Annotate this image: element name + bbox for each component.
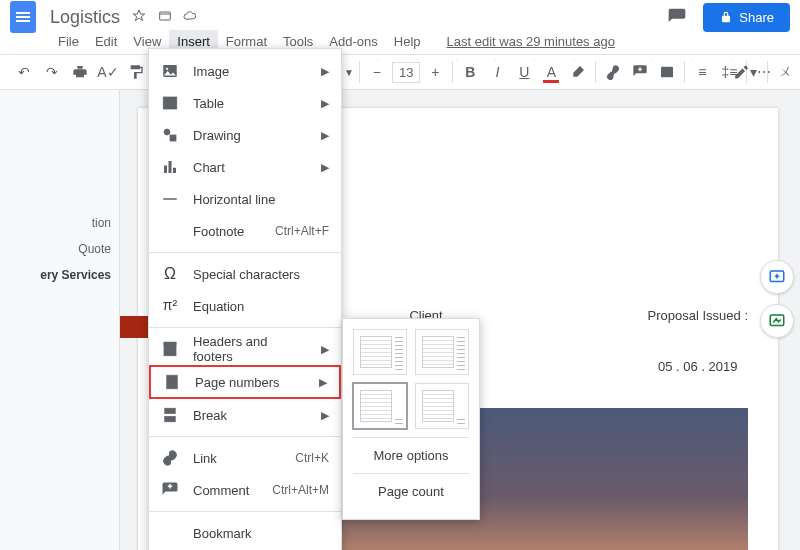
table-icon bbox=[161, 94, 179, 112]
insert-image-button[interactable] bbox=[655, 60, 679, 84]
svg-rect-13 bbox=[165, 417, 176, 422]
pn-option-bottom-right[interactable] bbox=[353, 383, 407, 429]
last-edit-link[interactable]: Last edit was 29 minutes ago bbox=[439, 30, 623, 53]
outline-item[interactable]: ery Services bbox=[0, 262, 119, 288]
menu-help[interactable]: Help bbox=[386, 30, 429, 53]
svg-rect-1 bbox=[661, 67, 673, 78]
insert-horizontal-line[interactable]: Horizontal line bbox=[149, 183, 341, 215]
explore-suggest-button[interactable] bbox=[760, 304, 794, 338]
horizontal-line-icon bbox=[161, 190, 179, 208]
chart-icon bbox=[161, 158, 179, 176]
issued-date: 05 . 06 . 2019 bbox=[648, 359, 748, 374]
insert-table[interactable]: Table▶ bbox=[149, 87, 341, 119]
headers-icon bbox=[161, 340, 179, 358]
svg-rect-0 bbox=[159, 12, 170, 20]
align-button[interactable]: ≡ bbox=[690, 60, 714, 84]
svg-rect-9 bbox=[164, 342, 176, 345]
page-numbers-icon: # bbox=[163, 373, 181, 391]
highlight-button[interactable] bbox=[566, 60, 590, 84]
add-comment-button[interactable] bbox=[628, 60, 652, 84]
insert-link-button[interactable] bbox=[601, 60, 625, 84]
undo-button[interactable]: ↶ bbox=[12, 60, 36, 84]
insert-bookmark[interactable]: Bookmark bbox=[149, 517, 341, 549]
italic-button[interactable]: I bbox=[485, 60, 509, 84]
break-icon bbox=[161, 406, 179, 424]
spellcheck-button[interactable]: A✓ bbox=[96, 60, 120, 84]
share-button[interactable]: Share bbox=[703, 3, 790, 32]
paint-format-button[interactable] bbox=[124, 60, 148, 84]
insert-page-numbers[interactable]: # Page numbers▶ bbox=[149, 365, 341, 399]
move-icon[interactable] bbox=[157, 8, 173, 24]
svg-point-5 bbox=[164, 129, 170, 135]
insert-link[interactable]: Link Ctrl+K bbox=[149, 442, 341, 474]
menu-file[interactable]: File bbox=[50, 30, 87, 53]
docs-logo-icon[interactable] bbox=[10, 1, 36, 33]
link-icon bbox=[161, 449, 179, 467]
toolbar: ↶ ↷ A✓ 1 89101112131415161718 ▼ − 13 + B… bbox=[0, 54, 800, 90]
collapse-toolbar-button[interactable]: ㄨ bbox=[778, 63, 792, 81]
menu-edit[interactable]: Edit bbox=[87, 30, 125, 53]
pn-option-bottom-right-skip[interactable] bbox=[415, 383, 469, 429]
bold-button[interactable]: B bbox=[458, 60, 482, 84]
insert-equation[interactable]: π² Equation bbox=[149, 290, 341, 322]
page-numbers-submenu: More options Page count bbox=[342, 318, 480, 520]
comment-icon bbox=[161, 481, 179, 499]
font-size-input[interactable]: 13 bbox=[392, 62, 420, 83]
insert-footnote[interactable]: Footnote Ctrl+Alt+F bbox=[149, 215, 341, 247]
redo-button[interactable]: ↷ bbox=[40, 60, 64, 84]
font-size-inc[interactable]: + bbox=[423, 60, 447, 84]
pn-option-top-right[interactable] bbox=[353, 329, 407, 375]
editing-mode-button[interactable]: ▾ bbox=[733, 60, 757, 84]
insert-break[interactable]: Break▶ bbox=[149, 399, 341, 431]
print-button[interactable] bbox=[68, 60, 92, 84]
menu-bar: File Edit View Insert Format Tools Add-o… bbox=[0, 28, 800, 54]
svg-rect-4 bbox=[163, 97, 177, 109]
insert-chart[interactable]: Chart▶ bbox=[149, 151, 341, 183]
explore-add-comment-button[interactable] bbox=[760, 260, 794, 294]
title-action-icons bbox=[128, 8, 201, 27]
issued-header: Proposal Issued : bbox=[648, 308, 748, 323]
pn-option-top-right-skip[interactable] bbox=[415, 329, 469, 375]
outline-sidebar[interactable]: tion Quote ery Services bbox=[0, 90, 120, 550]
insert-image[interactable]: Image▶ bbox=[149, 55, 341, 87]
lock-icon bbox=[719, 10, 733, 24]
text-color-button[interactable]: A bbox=[539, 60, 563, 84]
star-icon[interactable] bbox=[131, 8, 147, 24]
insert-special-characters[interactable]: Ω Special characters bbox=[149, 258, 341, 290]
svg-rect-6 bbox=[170, 135, 176, 141]
pn-more-options[interactable]: More options bbox=[353, 438, 469, 473]
open-comments-button[interactable] bbox=[663, 3, 691, 31]
svg-rect-7 bbox=[163, 198, 177, 200]
insert-comment[interactable]: Comment Ctrl+Alt+M bbox=[149, 474, 341, 506]
svg-rect-12 bbox=[165, 408, 176, 413]
pn-page-count[interactable]: Page count bbox=[353, 474, 469, 509]
title-bar: Logistics Share bbox=[0, 0, 800, 28]
svg-point-3 bbox=[166, 68, 168, 70]
cloud-icon[interactable] bbox=[182, 8, 198, 24]
insert-headers-footers[interactable]: Headers and footers▶ bbox=[149, 333, 341, 365]
outline-item[interactable]: tion bbox=[0, 210, 119, 236]
image-icon bbox=[161, 62, 179, 80]
side-rail bbox=[760, 260, 794, 338]
underline-button[interactable]: U bbox=[512, 60, 536, 84]
outline-item[interactable]: Quote bbox=[0, 236, 119, 262]
share-label: Share bbox=[739, 10, 774, 25]
document-title[interactable]: Logistics bbox=[50, 7, 120, 28]
insert-drawing[interactable]: Drawing▶ bbox=[149, 119, 341, 151]
font-size-dec[interactable]: − bbox=[365, 60, 389, 84]
insert-dropdown: Image▶ Table▶ Drawing▶ Chart▶ Horizontal… bbox=[148, 48, 342, 550]
drawing-icon bbox=[161, 126, 179, 144]
